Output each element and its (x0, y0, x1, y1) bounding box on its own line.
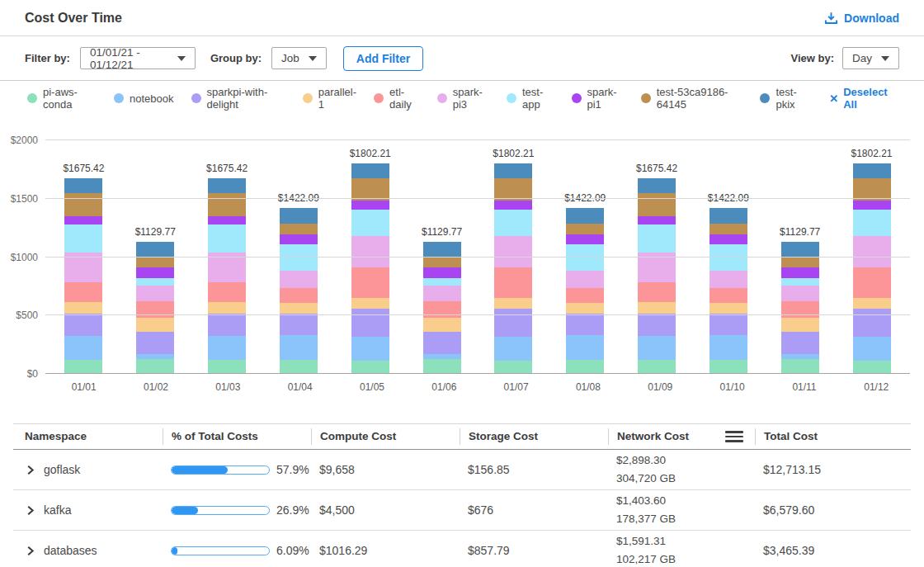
bar-segment[interactable] (638, 314, 676, 336)
legend-item[interactable]: parallel-1 (303, 86, 356, 111)
group-by-dropdown[interactable]: Job (271, 47, 327, 69)
bar-segment[interactable] (494, 210, 532, 237)
chevron-right-icon[interactable] (25, 505, 35, 516)
bar-segment[interactable] (638, 302, 676, 314)
bar-segment[interactable] (710, 244, 747, 271)
bar-segment[interactable] (136, 267, 174, 278)
bar-column[interactable]: $1129.77 (423, 242, 461, 374)
bar-segment[interactable] (710, 314, 747, 335)
bar-segment[interactable] (64, 336, 102, 360)
bar-segment[interactable] (853, 236, 891, 267)
bar-segment[interactable] (853, 201, 891, 210)
bar-segment[interactable] (351, 337, 389, 361)
bar-segment[interactable] (136, 318, 174, 332)
bar-segment[interactable] (494, 178, 532, 201)
legend-item[interactable]: test-app (507, 86, 554, 111)
date-range-dropdown[interactable]: 01/01/21 - 01/12/21 (80, 47, 196, 69)
bar-segment[interactable] (280, 271, 318, 288)
bar-segment[interactable] (781, 258, 819, 267)
bar-segment[interactable] (566, 224, 604, 235)
bar-segment[interactable] (208, 224, 246, 253)
bar-segment[interactable] (423, 354, 461, 360)
bar-segment[interactable] (494, 163, 532, 177)
table-row[interactable]: databases6.09%$1016.29$857.79$1,591.3110… (13, 531, 911, 567)
bar-segment[interactable] (351, 236, 389, 267)
bar-segment[interactable] (566, 303, 604, 314)
bar-column[interactable]: $1802.21 (351, 163, 389, 374)
bar-segment[interactable] (208, 360, 246, 374)
bar-segment[interactable] (710, 303, 747, 314)
deselect-all-button[interactable]: ✕ Deselect All (829, 86, 897, 111)
bar-segment[interactable] (208, 193, 246, 216)
table-row[interactable]: kafka26.9%$4,500$676$1,403.60178,377 GB$… (13, 490, 911, 531)
bar-segment[interactable] (351, 201, 389, 210)
bar-segment[interactable] (710, 360, 747, 374)
bar-segment[interactable] (64, 314, 102, 336)
bar-segment[interactable] (566, 208, 604, 224)
bar-segment[interactable] (710, 335, 747, 360)
bar-segment[interactable] (351, 309, 389, 336)
bar-segment[interactable] (351, 178, 389, 201)
bar-segment[interactable] (280, 234, 318, 244)
bar-segment[interactable] (781, 354, 819, 360)
chevron-right-icon[interactable] (25, 546, 35, 556)
bar-column[interactable]: $1422.09 (280, 208, 318, 374)
bar-segment[interactable] (136, 278, 174, 286)
bar-segment[interactable] (566, 234, 604, 244)
bar-segment[interactable] (638, 282, 676, 302)
bar-segment[interactable] (208, 178, 246, 193)
bar-segment[interactable] (566, 335, 604, 360)
bar-segment[interactable] (566, 271, 604, 288)
download-button[interactable]: Download (824, 12, 899, 25)
bar-segment[interactable] (136, 286, 174, 301)
bar-segment[interactable] (638, 193, 676, 216)
bar-segment[interactable] (136, 354, 174, 360)
bar-segment[interactable] (423, 359, 461, 374)
bar-segment[interactable] (853, 361, 891, 374)
bar-segment[interactable] (208, 282, 246, 302)
bar-segment[interactable] (423, 267, 461, 278)
bar-segment[interactable] (781, 286, 819, 301)
bar-column[interactable]: $1802.21 (494, 163, 532, 374)
legend-item[interactable]: test-53ca9186-64145 (641, 86, 743, 111)
bar-column[interactable]: $1675.42 (64, 178, 102, 374)
bar-segment[interactable] (781, 318, 819, 332)
bar-segment[interactable] (638, 178, 676, 193)
bar-segment[interactable] (423, 258, 461, 267)
bar-segment[interactable] (781, 359, 819, 374)
bar-segment[interactable] (280, 303, 318, 314)
bar-segment[interactable] (781, 332, 819, 353)
bar-segment[interactable] (638, 336, 676, 360)
bar-segment[interactable] (853, 163, 891, 177)
bar-segment[interactable] (494, 298, 532, 309)
bar-segment[interactable] (853, 309, 891, 336)
legend-item[interactable]: spark-pi3 (437, 86, 489, 111)
bar-segment[interactable] (423, 332, 461, 353)
bar-segment[interactable] (208, 302, 246, 314)
legend-item[interactable]: test-pkix (760, 86, 808, 111)
bar-segment[interactable] (64, 178, 102, 193)
bar-segment[interactable] (280, 314, 318, 335)
bar-segment[interactable] (351, 210, 389, 237)
bar-segment[interactable] (853, 337, 891, 361)
bar-segment[interactable] (351, 163, 389, 177)
bar-segment[interactable] (494, 361, 532, 374)
bar-segment[interactable] (280, 288, 318, 303)
bar-segment[interactable] (638, 224, 676, 253)
bar-column[interactable]: $1129.77 (136, 242, 174, 374)
bar-segment[interactable] (494, 267, 532, 298)
bar-segment[interactable] (638, 360, 676, 374)
bar-column[interactable]: $1422.09 (710, 208, 747, 374)
bar-segment[interactable] (64, 282, 102, 302)
bar-segment[interactable] (208, 336, 246, 360)
view-by-dropdown[interactable]: Day (842, 47, 899, 69)
table-row[interactable]: goflask57.9%$9,658$156.85$2,898.30304,72… (13, 450, 911, 490)
bar-segment[interactable] (64, 302, 102, 314)
column-menu-icon[interactable] (724, 429, 745, 444)
chevron-right-icon[interactable] (25, 465, 35, 475)
bar-segment[interactable] (494, 201, 532, 210)
bar-segment[interactable] (494, 337, 532, 361)
bar-segment[interactable] (853, 267, 891, 298)
bar-segment[interactable] (351, 298, 389, 309)
bar-segment[interactable] (351, 267, 389, 298)
